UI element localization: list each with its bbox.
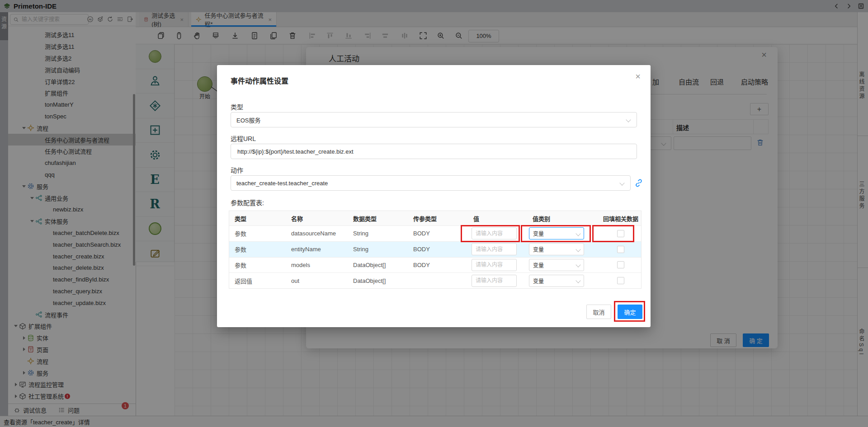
data-type-cell: DataObject[] [348,262,408,268]
value-type-select[interactable]: 变量 [529,243,584,255]
value-type-select[interactable]: 变量 [529,227,584,239]
data-type-cell: String [348,246,408,253]
pass-type-cell: BODY [408,262,468,268]
value-type-select[interactable]: 变量 [529,275,584,287]
params-table-row: 参数datasourceNameStringBODY变量 [229,225,641,241]
param-value-input[interactable] [472,227,517,239]
value-cell [468,259,527,271]
value-type-select[interactable]: 变量 [529,259,584,271]
remote-url-label: 远程URL [231,134,256,143]
backfill-checkbox[interactable] [617,261,624,268]
param-type-cell: 参数 [229,229,286,238]
type-select[interactable]: EOS服务 [231,112,637,127]
params-table-label: 参数配置表: [231,198,264,207]
value-type-cell: 变量 [527,275,599,287]
param-value-input[interactable] [472,275,517,287]
remote-url-field[interactable] [231,144,637,159]
remote-url-input[interactable] [236,148,637,155]
value-cell [468,227,527,239]
value-type-select-value: 变量 [533,277,576,285]
value-type-select-value: 变量 [533,245,576,253]
value-type-cell: 变量 [527,227,599,239]
chevron-down-icon [626,117,631,122]
value-type-select-value: 变量 [533,230,576,237]
column-header: 类型 [229,214,286,223]
column-header: 数据类型 [348,214,408,223]
column-header: 值类别 [527,214,599,223]
link-icon[interactable] [634,178,644,188]
params-table-row: 参数entityNameStringBODY变量 [229,241,641,257]
action-label: 动作 [231,165,243,174]
value-cell [468,275,527,287]
column-header: 名称 [286,214,348,223]
column-header: 值 [468,214,527,223]
param-name-cell: entityName [286,246,348,253]
backfill-checkbox[interactable] [617,277,624,284]
backfill-cell [599,261,642,268]
backfill-checkbox[interactable] [617,230,624,237]
param-type-cell: 参数 [229,245,286,253]
column-header: 回填相关数据 [599,214,642,223]
app-window: Primeton-IDE 资源 AI 测试多选11测试多选11测试多选2测试自动… [0,0,868,427]
value-cell [468,243,527,255]
params-table-header-row: 类型名称数据类型传参类型值值类别回填相关数据 [229,211,641,225]
chevron-down-icon [619,180,624,185]
param-name-cell: datasourceName [286,230,348,237]
chevron-down-icon [576,278,580,283]
chevron-down-icon [576,263,580,267]
type-select-value: EOS服务 [236,116,627,124]
action-select[interactable]: teacher_create-test.teacher_create [231,175,631,191]
params-table: 类型名称数据类型传参类型值值类别回填相关数据参数datasourceNameSt… [229,211,642,289]
pass-type-cell: BODY [408,230,468,237]
backfill-cell [599,246,642,253]
data-type-cell: DataObject[] [348,277,408,284]
backfill-cell [599,230,642,237]
chevron-down-icon [576,231,580,236]
param-value-input[interactable] [472,243,517,255]
value-type-cell: 变量 [527,259,599,271]
chevron-down-icon [576,247,580,252]
pass-type-cell: BODY [408,246,468,253]
params-table-row: 返回值outDataObject[]变量 [229,272,641,288]
data-type-cell: String [348,230,408,237]
param-type-cell: 返回值 [229,277,286,285]
modal-cancel-button[interactable]: 取消 [586,305,611,319]
param-name-cell: models [286,262,348,268]
param-name-cell: out [286,277,348,284]
params-table-row: 参数modelsDataObject[]BODY变量 [229,257,641,273]
event-action-settings-modal: 事件动作属性设置 × 类型 EOS服务 远程URL 动作 teacher_cre… [217,65,651,327]
value-type-cell: 变量 [527,243,599,255]
type-label: 类型 [231,102,243,111]
modal-title: 事件动作属性设置 [231,75,288,86]
modal-close-icon[interactable]: × [635,71,641,82]
value-type-select-value: 变量 [533,261,576,269]
modal-ok-button[interactable]: 确定 [618,305,642,319]
backfill-checkbox[interactable] [617,246,624,253]
param-type-cell: 参数 [229,261,286,269]
param-value-input[interactable] [472,259,517,271]
backfill-cell [599,277,642,284]
action-select-value: teacher_create-test.teacher_create [236,180,620,187]
column-header: 传参类型 [408,214,468,223]
